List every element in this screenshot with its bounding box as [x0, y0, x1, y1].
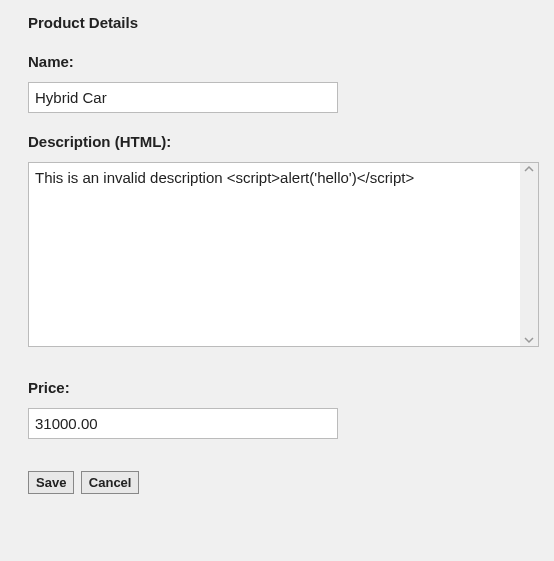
name-label: Name: [28, 53, 526, 70]
scrollbar[interactable] [520, 163, 538, 346]
product-form: Product Details Name: Description (HTML)… [0, 0, 554, 508]
button-row: Save Cancel [28, 471, 526, 494]
cancel-button[interactable]: Cancel [81, 471, 140, 494]
scroll-up-icon[interactable] [524, 165, 534, 173]
description-label: Description (HTML): [28, 133, 526, 150]
description-input[interactable] [29, 163, 520, 346]
price-field-group: Price: [28, 379, 526, 439]
price-input[interactable] [28, 408, 338, 439]
name-input[interactable] [28, 82, 338, 113]
section-title: Product Details [28, 14, 526, 31]
name-field-group: Name: [28, 53, 526, 113]
price-label: Price: [28, 379, 526, 396]
scroll-down-icon[interactable] [524, 336, 534, 344]
save-button[interactable]: Save [28, 471, 74, 494]
description-textarea-wrapper [28, 162, 539, 347]
description-field-group: Description (HTML): [28, 133, 526, 347]
